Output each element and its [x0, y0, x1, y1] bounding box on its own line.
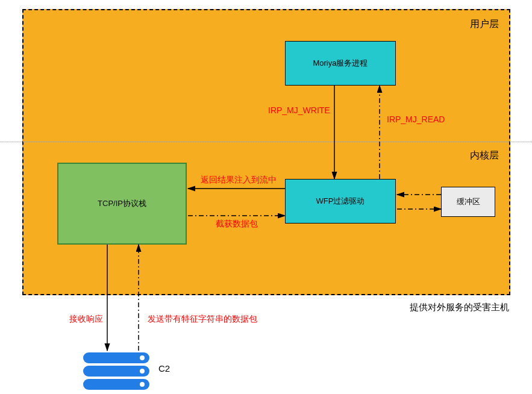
recv-response-label: 接收响应 — [69, 314, 103, 325]
c2-label: C2 — [158, 363, 170, 374]
server-bar — [83, 352, 149, 363]
buffer-box: 缓冲区 — [441, 187, 495, 217]
irp-read-label: IRP_MJ_READ — [387, 114, 445, 124]
buffer-label: 缓冲区 — [457, 196, 480, 207]
moriya-label: Moriya服务进程 — [313, 58, 368, 69]
kernel-layer-label: 内核层 — [470, 149, 499, 162]
server-bar — [83, 366, 149, 377]
irp-write-label: IRP_MJ_WRITE — [268, 105, 330, 115]
host-caption: 提供对外服务的受害主机 — [410, 302, 509, 313]
wfp-driver-box: WFP过滤驱动 — [285, 179, 396, 224]
c2-server-icon — [83, 352, 149, 392]
server-bar — [83, 379, 149, 390]
tcpip-stack-box: TCP/IP协议栈 — [57, 163, 187, 245]
wfp-label: WFP过滤驱动 — [316, 196, 365, 207]
send-packet-label: 发送带有特征字符串的数据包 — [148, 314, 257, 325]
host-container — [22, 9, 510, 295]
moriya-service-box: Moriya服务进程 — [285, 41, 396, 86]
layer-divider — [0, 142, 532, 142]
tcpip-label: TCP/IP协议栈 — [98, 198, 146, 209]
capture-packet-label: 截获数据包 — [216, 219, 258, 230]
user-layer-label: 用户层 — [470, 18, 499, 31]
inject-result-label: 返回结果注入到流中 — [201, 175, 277, 186]
